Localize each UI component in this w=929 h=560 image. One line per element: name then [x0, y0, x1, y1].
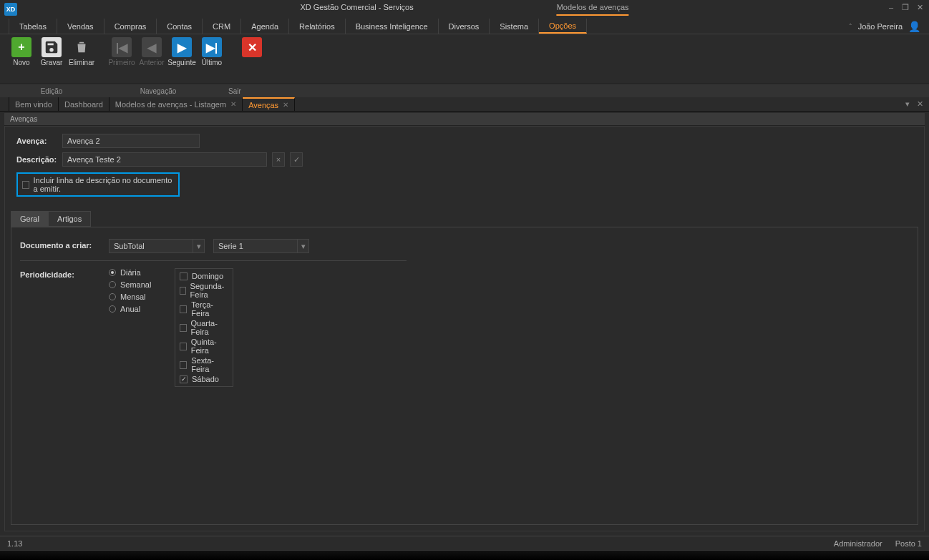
- ribbon-group-exit: Sair: [219, 85, 251, 97]
- chevron-up-icon[interactable]: ˄: [849, 23, 852, 30]
- radio-icon: [109, 305, 116, 313]
- checkbox-icon: [180, 324, 187, 332]
- tabs-dropdown-icon[interactable]: ▾: [905, 99, 910, 109]
- checkbox-icon: [180, 287, 186, 295]
- checkbox-incluir[interactable]: [22, 181, 29, 189]
- radio-diária[interactable]: Diária: [109, 268, 166, 277]
- radio-mensal[interactable]: Mensal: [109, 293, 166, 301]
- section-header: Avenças: [4, 113, 925, 126]
- menu-item-sistema[interactable]: Sistema: [490, 19, 539, 34]
- tab-aven-as[interactable]: Avenças✕: [243, 97, 295, 111]
- combo-serie[interactable]: ▾: [213, 239, 309, 253]
- status-admin: Administrador: [834, 539, 882, 548]
- checkbox-icon: [180, 305, 187, 313]
- trash-icon: [72, 37, 92, 57]
- first-icon: |◀: [112, 37, 132, 57]
- tab-modelos-de-aven-as-listagem[interactable]: Modelos de avenças - Listagem✕: [110, 97, 243, 111]
- checkbox-icon: [180, 361, 187, 369]
- checkbox-icon: ✓: [180, 375, 188, 383]
- input-doc-type[interactable]: [109, 239, 193, 253]
- panel-geral: Documento a criar: ▾ ▾ Periodicidade: Di…: [11, 227, 918, 525]
- tab-dashboard[interactable]: Dashboard: [59, 97, 110, 111]
- label-incluir: Incluir linha de descrição no documento …: [34, 176, 174, 193]
- tab-close-icon[interactable]: ✕: [283, 101, 288, 109]
- close-window-button[interactable]: ✕: [915, 3, 925, 12]
- tabs-close-icon[interactable]: ✕: [917, 99, 923, 109]
- last-icon: ▶|: [202, 37, 222, 57]
- label-descricao: Descrição:: [16, 155, 57, 164]
- titlebar: XD XD Gestão Comercial - Serviços Modelo…: [0, 0, 929, 19]
- day-quintafeira[interactable]: Quinta-Feira: [180, 338, 228, 355]
- user-icon[interactable]: 👤: [908, 21, 920, 32]
- divider: [20, 260, 407, 261]
- day-quartafeira[interactable]: Quarta-Feira: [180, 319, 228, 336]
- previous-icon: ◀: [142, 37, 162, 57]
- radio-semanal[interactable]: Semanal: [109, 280, 166, 289]
- tab-bem-vindo[interactable]: Bem vindo: [9, 97, 59, 111]
- menu-item-contas[interactable]: Contas: [157, 19, 203, 34]
- menu-item-tabelas[interactable]: Tabelas: [9, 19, 57, 34]
- menu-item-diversos[interactable]: Diversos: [439, 19, 490, 34]
- new-button[interactable]: + Novo: [9, 37, 34, 67]
- inner-tabs: GeralArtigos: [11, 211, 924, 227]
- tab-close-icon[interactable]: ✕: [230, 100, 236, 108]
- restore-button[interactable]: ❐: [900, 3, 910, 12]
- checkbox-icon: [180, 343, 187, 350]
- radio-anual[interactable]: Anual: [109, 305, 166, 313]
- status-version: 1.13: [7, 539, 22, 548]
- app-logo-icon: XD: [4, 3, 17, 16]
- menu-item-compras[interactable]: Compras: [104, 19, 157, 34]
- menu-item-opções[interactable]: Opções: [539, 19, 587, 34]
- document-tabs: Bem vindoDashboardModelos de avenças - L…: [0, 97, 929, 112]
- menu-item-agenda[interactable]: Agenda: [241, 19, 289, 34]
- input-descricao[interactable]: [62, 152, 267, 167]
- day-segundafeira[interactable]: Segunda-Feira: [180, 282, 228, 299]
- status-posto: Posto 1: [895, 539, 922, 548]
- clear-icon[interactable]: ×: [272, 152, 285, 167]
- next-button[interactable]: ▶ Seguinte: [169, 37, 195, 67]
- minimize-button[interactable]: –: [886, 3, 896, 12]
- input-serie[interactable]: [213, 239, 298, 253]
- day-terafeira[interactable]: Terça-Feira: [180, 300, 228, 318]
- check-icon[interactable]: ✓: [290, 152, 303, 167]
- os-taskbar: [0, 550, 929, 560]
- radio-icon: [109, 293, 116, 300]
- exit-button[interactable]: ✕: [239, 37, 265, 67]
- close-icon: ✕: [242, 37, 262, 57]
- app-title: XD Gestão Comercial - Serviços: [300, 3, 413, 16]
- statusbar: 1.13 Administrador Posto 1: [0, 536, 929, 550]
- radio-icon: [109, 269, 116, 276]
- previous-button: ◀ Anterior: [139, 37, 165, 67]
- ribbon-toolbar: + Novo Gravar Eliminar |◀ Primeiro ◀ Ant…: [0, 34, 929, 84]
- menu-item-vendas[interactable]: Vendas: [57, 19, 104, 34]
- menu-item-crm[interactable]: CRM: [203, 19, 241, 34]
- inner-tab-geral[interactable]: Geral: [11, 211, 49, 227]
- delete-button[interactable]: Eliminar: [69, 37, 94, 67]
- save-button[interactable]: Gravar: [39, 37, 64, 67]
- ribbon-group-edit: Edição: [6, 85, 97, 97]
- days-group: DomingoSegunda-FeiraTerça-FeiraQuarta-Fe…: [175, 268, 233, 387]
- label-periodicidade: Periodicidade:: [20, 268, 100, 279]
- combo-documento[interactable]: ▾: [109, 239, 205, 253]
- checkbox-icon: [180, 272, 188, 280]
- save-icon: [42, 37, 62, 57]
- incluir-linha-checkbox-highlighted[interactable]: Incluir linha de descrição no documento …: [16, 172, 180, 197]
- next-icon: ▶: [172, 37, 192, 57]
- input-avenca[interactable]: [62, 134, 200, 148]
- dropdown-doc-icon[interactable]: ▾: [193, 239, 205, 253]
- day-sextafeira[interactable]: Sexta-Feira: [180, 356, 228, 373]
- day-domingo[interactable]: Domingo: [180, 272, 228, 280]
- menu-item-relatórios[interactable]: Relatórios: [289, 19, 346, 34]
- form-avencas: Avença: Descrição: × ✓ Incluir linha de …: [5, 127, 924, 204]
- label-documento: Documento a criar:: [20, 239, 100, 250]
- ribbon-group-nav: Navegação: [97, 85, 219, 97]
- day-sbado[interactable]: ✓Sábado: [180, 375, 228, 383]
- menubar: TabelasVendasComprasContasCRMAgendaRelat…: [0, 19, 929, 34]
- inner-tab-artigos[interactable]: Artigos: [49, 211, 91, 227]
- ribbon-group-labels: Edição Navegação Sair: [0, 84, 929, 97]
- dropdown-serie-icon[interactable]: ▾: [298, 239, 309, 253]
- menu-item-business-inteligence[interactable]: Business Inteligence: [346, 19, 439, 34]
- last-button[interactable]: ▶| Último: [199, 37, 225, 67]
- first-button: |◀ Primeiro: [109, 37, 135, 67]
- plus-icon: +: [11, 37, 31, 57]
